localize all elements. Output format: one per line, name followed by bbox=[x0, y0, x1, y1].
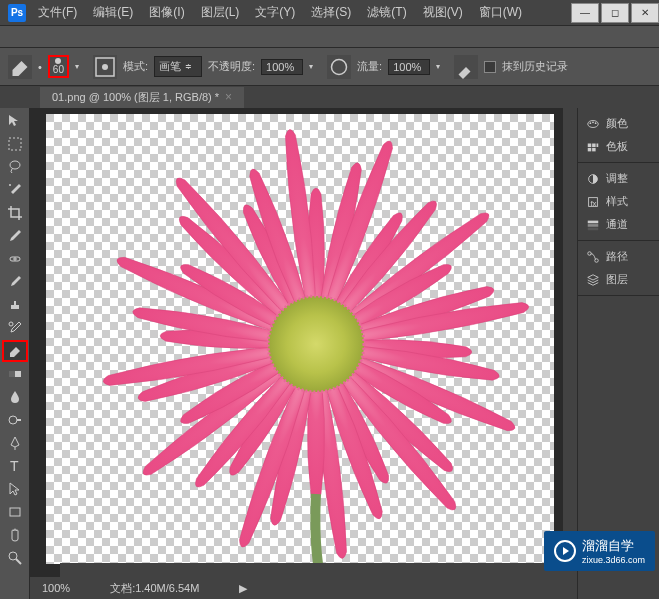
horizontal-scrollbar[interactable] bbox=[60, 563, 563, 577]
panel-styles[interactable]: fx样式 bbox=[578, 190, 659, 213]
eraser-tool[interactable] bbox=[2, 340, 28, 362]
close-button[interactable]: ✕ bbox=[631, 3, 659, 23]
brush-dropdown-arrow[interactable]: ▾ bbox=[75, 62, 87, 71]
panels: 颜色 色板 调整 fx样式 通道 路径 图层 bbox=[577, 108, 659, 599]
menu-select[interactable]: 选择(S) bbox=[303, 4, 359, 21]
flow-label: 流量: bbox=[357, 59, 382, 74]
airbrush-icon[interactable] bbox=[454, 55, 478, 79]
svg-rect-3 bbox=[9, 138, 21, 150]
flow-input[interactable]: 100% bbox=[388, 59, 430, 75]
svg-point-5 bbox=[9, 184, 11, 186]
clone-stamp-tool[interactable] bbox=[2, 294, 28, 316]
maximize-button[interactable]: ◻ bbox=[601, 3, 629, 23]
brush-panel-icon[interactable] bbox=[93, 55, 117, 79]
mode-label: 模式: bbox=[123, 59, 148, 74]
document-tab[interactable]: 01.png @ 100% (图层 1, RGB/8) * × bbox=[40, 87, 244, 108]
window-controls: — ◻ ✕ bbox=[569, 3, 659, 23]
lasso-tool[interactable] bbox=[2, 156, 28, 178]
magic-wand-tool[interactable] bbox=[2, 179, 28, 201]
eraser-tool-indicator bbox=[8, 55, 32, 79]
watermark: 溜溜自学 zixue.3d66.com bbox=[544, 531, 655, 571]
menu-filter[interactable]: 滤镜(T) bbox=[359, 4, 414, 21]
svg-rect-30 bbox=[588, 227, 599, 230]
menu-edit[interactable]: 编辑(E) bbox=[85, 4, 141, 21]
svg-rect-22 bbox=[597, 143, 599, 147]
pen-tool[interactable] bbox=[2, 432, 28, 454]
opacity-input[interactable]: 100% bbox=[261, 59, 303, 75]
status-arrow[interactable]: ▶ bbox=[239, 582, 247, 595]
pressure-opacity-icon[interactable] bbox=[327, 55, 351, 79]
zoom-level[interactable]: 100% bbox=[42, 582, 70, 594]
brush-size-picker[interactable]: 60 bbox=[48, 55, 69, 78]
close-tab-icon[interactable]: × bbox=[225, 90, 232, 104]
svg-rect-23 bbox=[588, 147, 592, 151]
menu-image[interactable]: 图像(I) bbox=[141, 4, 192, 21]
svg-rect-20 bbox=[588, 143, 592, 147]
svg-rect-24 bbox=[592, 147, 596, 151]
menu-view[interactable]: 视图(V) bbox=[415, 4, 471, 21]
menu-layer[interactable]: 图层(L) bbox=[193, 4, 248, 21]
workspace: T bbox=[0, 108, 659, 599]
svg-point-31 bbox=[588, 251, 592, 255]
svg-point-17 bbox=[590, 122, 592, 124]
svg-point-4 bbox=[10, 161, 20, 169]
document-tab-bar: 01.png @ 100% (图层 1, RGB/8) * × bbox=[0, 86, 659, 108]
panel-channels[interactable]: 通道 bbox=[578, 213, 659, 236]
rectangle-tool[interactable] bbox=[2, 501, 28, 523]
titlebar: Ps 文件(F) 编辑(E) 图像(I) 图层(L) 文字(Y) 选择(S) 滤… bbox=[0, 0, 659, 26]
toolbar: T bbox=[0, 108, 30, 599]
opacity-dropdown[interactable]: ▾ bbox=[309, 62, 321, 71]
canvas[interactable] bbox=[46, 114, 554, 564]
history-brush-tool[interactable] bbox=[2, 317, 28, 339]
svg-point-2 bbox=[332, 59, 347, 74]
watermark-text: 溜溜自学 bbox=[582, 538, 634, 553]
minimize-button[interactable]: — bbox=[571, 3, 599, 23]
marquee-tool[interactable] bbox=[2, 133, 28, 155]
path-selection-tool[interactable] bbox=[2, 478, 28, 500]
healing-brush-tool[interactable] bbox=[2, 248, 28, 270]
panel-paths[interactable]: 路径 bbox=[578, 245, 659, 268]
document-info[interactable]: 文档:1.40M/6.54M bbox=[110, 581, 199, 596]
svg-point-1 bbox=[102, 64, 108, 70]
brush-tool[interactable] bbox=[2, 271, 28, 293]
erase-history-checkbox[interactable] bbox=[484, 61, 496, 73]
gradient-tool[interactable] bbox=[2, 363, 28, 385]
hand-tool[interactable] bbox=[2, 524, 28, 546]
dodge-tool[interactable] bbox=[2, 409, 28, 431]
panel-layers[interactable]: 图层 bbox=[578, 268, 659, 291]
svg-point-7 bbox=[9, 322, 13, 326]
svg-point-19 bbox=[595, 122, 597, 124]
svg-text:fx: fx bbox=[590, 198, 596, 207]
svg-point-13 bbox=[9, 552, 17, 560]
separator: • bbox=[38, 61, 42, 73]
brush-size-value: 60 bbox=[53, 64, 64, 75]
vertical-scrollbar[interactable] bbox=[563, 108, 577, 577]
panel-swatches[interactable]: 色板 bbox=[578, 135, 659, 158]
status-bar: 100% 文档:1.40M/6.54M ▶ bbox=[30, 577, 577, 599]
menu-window[interactable]: 窗口(W) bbox=[471, 4, 530, 21]
menu-type[interactable]: 文字(Y) bbox=[247, 4, 303, 21]
flow-dropdown[interactable]: ▾ bbox=[436, 62, 448, 71]
svg-rect-12 bbox=[10, 508, 20, 516]
options-bar: • 60 ▾ 模式: 画笔 ≑ 不透明度: 100% ▾ 流量: 100% ▾ … bbox=[0, 48, 659, 86]
opacity-label: 不透明度: bbox=[208, 59, 255, 74]
blur-tool[interactable] bbox=[2, 386, 28, 408]
appbar bbox=[0, 26, 659, 48]
zoom-tool[interactable] bbox=[2, 547, 28, 569]
svg-text:T: T bbox=[10, 458, 19, 474]
svg-point-18 bbox=[592, 121, 594, 123]
crop-tool[interactable] bbox=[2, 202, 28, 224]
panel-adjustments[interactable]: 调整 bbox=[578, 167, 659, 190]
svg-rect-29 bbox=[588, 224, 599, 227]
flower-image bbox=[46, 114, 554, 564]
type-tool[interactable]: T bbox=[2, 455, 28, 477]
app-logo: Ps bbox=[8, 4, 26, 22]
erase-history-label: 抹到历史记录 bbox=[502, 59, 568, 74]
move-tool[interactable] bbox=[2, 110, 28, 132]
canvas-area[interactable]: 100% 文档:1.40M/6.54M ▶ bbox=[30, 108, 577, 599]
eyedropper-tool[interactable] bbox=[2, 225, 28, 247]
watermark-url: zixue.3d66.com bbox=[582, 555, 645, 565]
panel-color[interactable]: 颜色 bbox=[578, 112, 659, 135]
menu-file[interactable]: 文件(F) bbox=[30, 4, 85, 21]
mode-select[interactable]: 画笔 ≑ bbox=[154, 56, 202, 77]
